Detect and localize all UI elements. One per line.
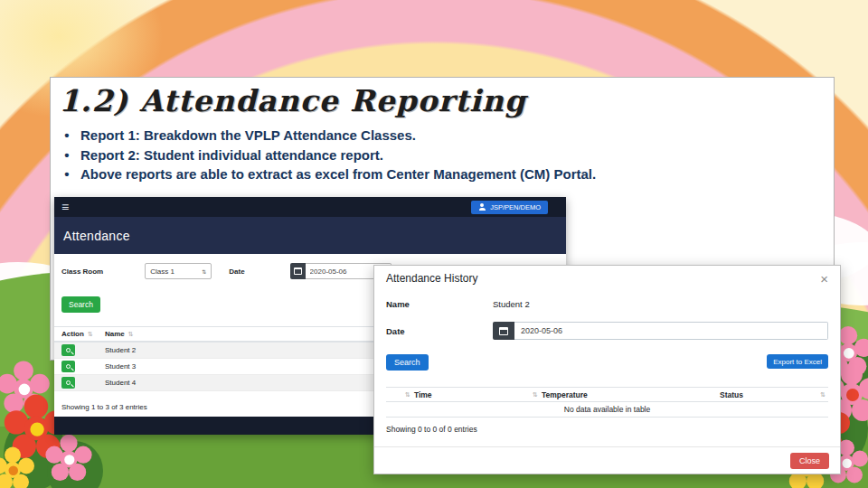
- user-label: JSP/PEN/DEMO: [490, 203, 541, 211]
- sort-icon: ⇅: [88, 331, 93, 338]
- hamburger-menu-icon[interactable]: ≡: [61, 201, 69, 213]
- modal-date-group: [493, 322, 828, 340]
- modal-search-button[interactable]: Search: [386, 354, 429, 371]
- modal-table-info: Showing 0 to 0 of 0 entries: [386, 425, 828, 434]
- sort-icon: ⇅: [128, 331, 134, 338]
- sort-icon: ⇅: [820, 391, 826, 399]
- student-name: Student 2: [105, 346, 136, 354]
- history-table-header: ⇅ Time ⇅ Temperature Status ⇅: [386, 387, 828, 402]
- name-value: Student 2: [493, 299, 530, 309]
- classroom-label: Class Room: [61, 267, 103, 276]
- user-menu[interactable]: JSP/PEN/DEMO: [471, 201, 548, 214]
- select-caret-icon: ⇅: [202, 268, 206, 275]
- flower: [5, 462, 21, 478]
- modal-close-icon[interactable]: ×: [820, 272, 828, 286]
- calendar-button[interactable]: [290, 263, 306, 279]
- bullet-text: Report 1: Breakdown the VPLP Attendance …: [80, 126, 416, 145]
- flower: [839, 343, 857, 361]
- flower: [60, 450, 77, 467]
- view-student-button[interactable]: [61, 361, 75, 372]
- user-icon: [478, 203, 486, 211]
- table-info: Showing 1 to 3 of 3 entries: [61, 403, 147, 411]
- app-page-title: Attendance: [63, 229, 130, 243]
- column-label: Status: [720, 390, 743, 399]
- calendar-icon: [294, 267, 302, 275]
- column-label: Time: [414, 390, 432, 399]
- magnifier-icon: [66, 348, 71, 352]
- column-header-time[interactable]: ⇅ Time: [386, 390, 521, 399]
- name-label: Name: [386, 299, 493, 309]
- column-header-action[interactable]: Action ⇅: [54, 330, 105, 338]
- bullet-text: Report 2: Student individual attendance …: [80, 145, 383, 165]
- flower: [24, 417, 48, 440]
- flower: [14, 379, 33, 399]
- column-label: Action: [61, 330, 84, 338]
- action-cell: [54, 377, 105, 389]
- modal-header: Attendance History ×: [374, 266, 840, 291]
- column-label: Temperature: [542, 390, 588, 399]
- app-navbar: ≡ JSP/PEN/DEMO: [54, 197, 566, 217]
- bullet-item: • Above reports are able to extract as e…: [61, 164, 596, 184]
- class-select[interactable]: Class 1 ⇅: [145, 263, 212, 279]
- attendance-history-modal: Attendance History × Name Student 2 Date…: [373, 265, 841, 474]
- modal-close-button[interactable]: Close: [790, 453, 829, 469]
- student-name: Student 3: [105, 362, 136, 371]
- view-student-button[interactable]: [61, 377, 75, 389]
- sort-icon: ⇅: [405, 391, 410, 399]
- student-name: Student 4: [105, 379, 136, 387]
- bullet-icon: •: [61, 164, 72, 184]
- slide-canvas: 1.2) Attendance Reporting • Report 1: Br…: [0, 0, 868, 488]
- export-excel-button[interactable]: Export to Excel: [767, 354, 828, 369]
- modal-calendar-button[interactable]: [493, 322, 514, 340]
- empty-table-message: No data available in table: [386, 402, 828, 418]
- modal-date-input[interactable]: [514, 322, 828, 340]
- modal-footer: Close: [374, 446, 840, 474]
- modal-actions-row: Search Export to Excel: [386, 354, 828, 371]
- bullet-text: Above reports are able to extract as exc…: [80, 164, 596, 184]
- action-cell: [54, 361, 105, 372]
- name-row: Name Student 2: [386, 296, 828, 311]
- bullet-icon: •: [61, 145, 72, 165]
- bullet-icon: •: [61, 126, 72, 145]
- modal-body: Name Student 2 Date Search Export to Exc…: [374, 291, 840, 434]
- column-header-status[interactable]: Status ⇅: [720, 390, 828, 399]
- column-header-temperature[interactable]: ⇅ Temperature: [521, 390, 720, 399]
- action-cell: [54, 344, 105, 356]
- date-label: Date: [229, 267, 244, 276]
- bullet-list: • Report 1: Breakdown the VPLP Attendanc…: [61, 126, 596, 184]
- search-button[interactable]: Search: [61, 296, 100, 313]
- modal-title: Attendance History: [386, 272, 477, 285]
- calendar-icon: [499, 327, 508, 335]
- page-title: 1.2) Attendance Reporting: [59, 83, 526, 118]
- bullet-item: • Report 1: Breakdown the VPLP Attendanc…: [61, 126, 596, 145]
- date-row: Date: [386, 322, 828, 340]
- magnifier-icon: [66, 380, 71, 385]
- bullet-item: • Report 2: Student individual attendanc…: [61, 145, 596, 165]
- flower: [841, 383, 863, 405]
- view-student-button[interactable]: [61, 344, 75, 356]
- magnifier-icon: [66, 364, 71, 369]
- column-label: Name: [105, 330, 125, 338]
- class-select-value: Class 1: [150, 267, 175, 276]
- app-page-header: Attendance: [54, 217, 566, 254]
- modal-date-label: Date: [386, 326, 493, 336]
- sort-icon: ⇅: [533, 391, 538, 399]
